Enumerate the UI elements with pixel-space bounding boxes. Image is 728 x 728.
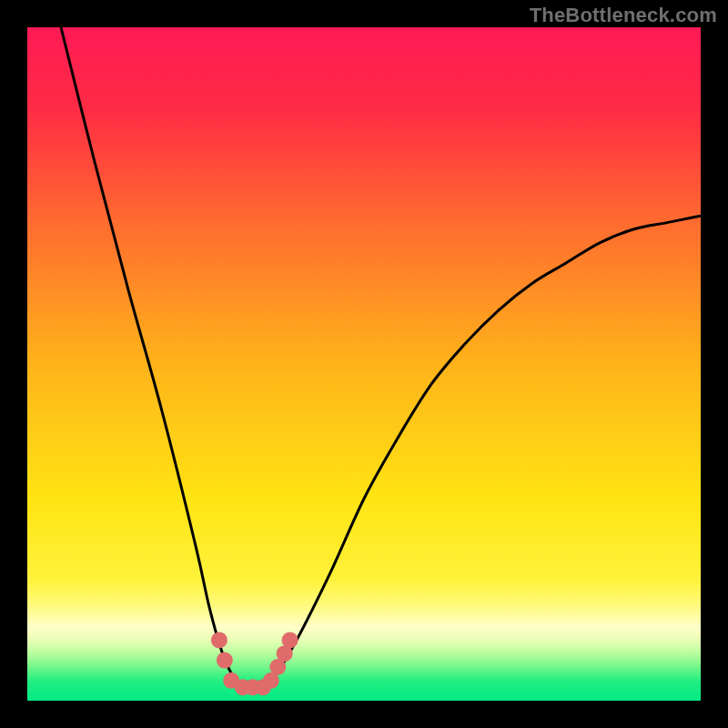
marker-point (282, 632, 298, 648)
marker-point (217, 652, 233, 669)
chart-canvas (0, 0, 728, 728)
chart-container: TheBottleneck.com (0, 0, 728, 728)
watermark-label: TheBottleneck.com (530, 4, 717, 27)
plot-background (27, 27, 701, 701)
marker-point (211, 632, 228, 648)
